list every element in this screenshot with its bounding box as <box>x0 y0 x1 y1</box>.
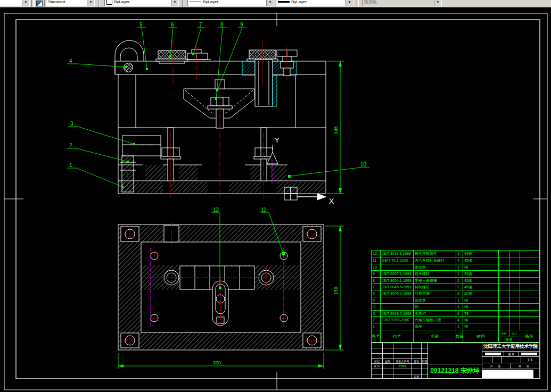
title-block: 标记 处数 更改文件号 签名 日期 设 计 宋烨坤 日期 09121218 宋烨… <box>371 342 539 379</box>
bom-table: 12 JB/T 8011.1-1999 移动压板组件 1 45钢 11 GB/T… <box>371 250 539 343</box>
chevron-down-icon[interactable]: ▼ <box>346 0 353 6</box>
bom-cell-remark <box>520 297 539 303</box>
callout-8: 8 <box>220 22 224 28</box>
bom-cell-empty <box>498 311 509 316</box>
bom-cell-empty <box>509 323 520 329</box>
bom-cell-no: 12 <box>372 251 380 257</box>
bom-cell-material: 钢 <box>463 323 498 329</box>
bom-cell-empty <box>509 290 520 296</box>
bom-header-total: 总计 <box>509 330 520 337</box>
bom-row: 2 GB/T 5780-2000 六角头螺栓-C级 4 钢 <box>372 316 539 323</box>
bom-row: 12 JB/T 8011.1-1999 移动压板组件 1 45钢 <box>372 251 539 257</box>
bom-cell-code: GB/T 70.1-2000 <box>380 257 413 263</box>
bom-header-code: 代号 <box>380 330 413 343</box>
bom-cell-material: 钢 <box>463 304 498 310</box>
bom-cell-remark <box>520 323 539 329</box>
plan-view <box>118 222 324 350</box>
chevron-down-icon[interactable]: ▼ <box>434 0 441 6</box>
white-block <box>482 370 533 378</box>
bom-cell-qty: 2 <box>456 278 463 283</box>
bom-header-no: 序号 <box>372 330 380 343</box>
bom-cell-empty <box>498 317 509 323</box>
title-block-right: 沈阳理工大学应用技术学院 重 量 1:1 共 张 第 张 <box>482 343 539 378</box>
label-count: 处数 <box>382 359 393 364</box>
scale-value: 1:1 <box>521 357 539 363</box>
bom-cell-material: 钢 <box>463 317 498 323</box>
callout-7: 7 <box>199 22 202 28</box>
plotstyle-combo[interactable]: 随颜色 ▼ <box>362 0 442 6</box>
bom-cell-qty: 2 <box>456 290 463 296</box>
bom-cell-empty <box>498 257 509 263</box>
color-combo[interactable]: ByLayer ▼ <box>104 0 179 6</box>
bom-cell-qty: 4 <box>456 317 463 323</box>
lineweight-combo[interactable]: ByLayer ▼ <box>276 0 353 6</box>
bom-header-unit: 单件 <box>499 330 509 337</box>
dim-plan-height: 150 <box>333 287 339 295</box>
bom-cell-no: 9 <box>372 271 380 277</box>
bom-cell-empty <box>509 317 520 323</box>
bom-cell-no: 3 <box>372 311 380 316</box>
style-manager-button[interactable] <box>34 0 45 7</box>
label-date: 日期 <box>421 359 427 364</box>
chevron-down-icon[interactable]: ▼ <box>22 0 29 6</box>
bom-cell-name: 内六角圆柱头螺钉 <box>413 257 456 263</box>
bom-cell-name: 带槽六角螺母 <box>413 278 456 283</box>
sheet-row: 共 张 第 张 <box>482 363 539 369</box>
school-name: 沈阳理工大学应用技术学院 <box>482 343 539 352</box>
callout-4: 4 <box>69 58 72 64</box>
color-swatch-icon <box>106 0 112 5</box>
bom-header-material: 材料 <box>463 330 498 343</box>
bom-cell-empty <box>509 264 520 270</box>
callout-12: 12 <box>213 207 219 213</box>
bom-cell-material: 20钢 <box>463 290 498 296</box>
bom-cell-empty <box>509 311 520 316</box>
chevron-down-icon[interactable]: ▼ <box>87 0 94 6</box>
y-axis-label: Y <box>275 136 279 144</box>
sheet-no: 第 张 <box>511 363 539 369</box>
bom-cell-name: 可换垫圈 <box>413 290 456 296</box>
bom-cell-code <box>380 264 413 270</box>
bom-cell-no: 7 <box>372 284 380 290</box>
bom-cell-empty <box>498 264 509 270</box>
bom-row: 6 JB/T 8045.2-1999 可换垫圈 2 20钢 <box>372 290 539 296</box>
bom-cell-name: 移动压板组件 <box>413 251 456 257</box>
chevron-down-icon[interactable]: ▼ <box>266 0 274 6</box>
mark-bar <box>485 353 501 355</box>
callout-1: 1 <box>69 162 72 168</box>
bom-cell-code: JB/T 8004.1-1999 <box>380 278 413 283</box>
linetype-combo[interactable]: ByLayer ▼ <box>187 0 274 6</box>
bom-cell-no: 1 <box>372 323 380 329</box>
bom-cell-material: 45钢 <box>463 278 498 283</box>
bom-row: 4 销 1 钢 <box>372 303 539 310</box>
dim-style-combo[interactable]: Standard ▼ <box>46 0 95 6</box>
bom-header: 序号 代号 名称 数量 材料 单件 总计 重量 备注 <box>372 330 539 343</box>
bom-cell-code: JB/T 8029.2-1999 <box>380 311 413 316</box>
bom-cell-no: 8 <box>372 278 380 283</box>
chevron-down-icon[interactable]: ▼ <box>171 0 178 6</box>
bom-cell-empty <box>509 278 520 283</box>
style-icon <box>36 1 43 6</box>
text-style-combo[interactable]: ▼ <box>0 0 30 6</box>
knurled-nut-left <box>156 51 188 63</box>
bom-cell-empty <box>498 290 509 296</box>
bom-cell-no: 5 <box>372 297 380 303</box>
bom-cell-remark <box>520 278 539 283</box>
title-block-middle: 09121218 宋烨坤 <box>428 343 482 378</box>
dim-plan-width: 320 <box>213 360 221 365</box>
bom-cell-remark <box>520 284 539 290</box>
bom-cell-empty <box>498 297 509 303</box>
bom-header-qty: 数量 <box>456 330 463 343</box>
student-id-name: 09121218 宋烨坤 <box>428 364 482 378</box>
lineweight-icon <box>278 1 290 3</box>
bom-cell-code: JB/T 8011.1-1999 <box>380 251 413 257</box>
bom-cell-name: 底座 <box>413 323 456 329</box>
bom-cell-remark <box>520 304 539 310</box>
label-weight: 重 量 <box>504 352 519 356</box>
bom-cell-empty <box>509 304 520 310</box>
bom-cell-name: 销 <box>413 304 456 310</box>
bom-cell-material: 45钢 <box>463 251 498 257</box>
designer-name: 宋烨坤 <box>393 364 412 369</box>
bom-cell-no: 2 <box>372 317 380 323</box>
bom-cell-empty <box>509 257 520 263</box>
label-sign: 签名 <box>412 359 421 364</box>
